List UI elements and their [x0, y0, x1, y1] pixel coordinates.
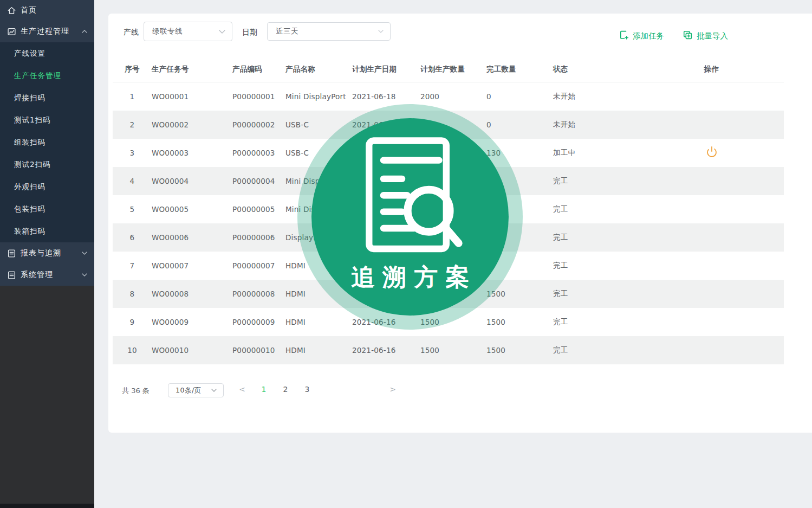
cell-name: HDMI	[285, 261, 352, 270]
sidebar-item-home[interactable]: 首页	[0, 0, 94, 21]
cell-status: 完工	[553, 233, 639, 242]
sidebar-subitem-0[interactable]: 产线设置	[0, 42, 94, 65]
cell-name: USB-C	[285, 120, 352, 129]
cell-code: P00000009	[232, 318, 285, 326]
cell-name: USB-C	[285, 149, 352, 157]
cell-name: Mini DisplayPort	[285, 177, 352, 185]
sidebar-item-label: 首页	[18, 5, 89, 15]
power-toggle-button[interactable]	[706, 146, 718, 159]
sidebar-subitem-8[interactable]: 装箱扫码	[0, 220, 94, 242]
table-row: 6WO00006P00000006DisplayPort完工	[113, 223, 784, 252]
add-page-icon	[619, 30, 629, 42]
line-filter-label: 产线	[124, 28, 139, 37]
sidebar: 首页 生产过程管理 产线设置生产任务管理焊接扫码测试1扫码组装扫码测试2扫码外观…	[0, 0, 94, 508]
page-button-3[interactable]: 3	[302, 385, 312, 394]
table-header-row: 序号生产任务号产品编码产品名称计划生产日期计划生产数量完工数量状态操作	[113, 57, 784, 82]
chevron-down-icon	[378, 30, 390, 33]
cell-status: 未开始	[553, 120, 639, 130]
cell-name: DisplayPort	[285, 233, 352, 242]
sidebar-subitem-6[interactable]: 外观扫码	[0, 176, 94, 198]
sidebar-subitem-2[interactable]: 焊接扫码	[0, 87, 94, 109]
chart-icon	[4, 27, 18, 36]
cell-date: 2021-06-18	[352, 120, 420, 129]
date-filter-label: 日期	[242, 28, 257, 37]
cell-code: P00000010	[232, 346, 285, 355]
table-row: 4WO00004P00000004Mini DisplayPort完工	[113, 167, 784, 195]
sidebar-group-label: 生产过程管理	[18, 27, 80, 36]
cell-operation	[639, 146, 784, 160]
table-row: 10WO00010P00000010HDMI2021-06-1615001500…	[113, 336, 784, 364]
cell-plan: 1500	[420, 346, 486, 355]
column-header: 产品编码	[232, 65, 285, 74]
cell-no: 6	[113, 233, 152, 242]
add-task-button[interactable]: 添加任务	[619, 30, 664, 42]
column-header: 产品名称	[285, 65, 352, 74]
cell-no: 7	[113, 261, 152, 270]
content-panel: 产线 绿联专线 日期 近三天 添加任务 批量导入	[108, 14, 812, 433]
cell-status: 未开始	[553, 92, 639, 101]
cell-name: Mini DisplayPort	[285, 205, 352, 214]
cell-plan: 2000	[420, 92, 486, 101]
sidebar-filler	[0, 286, 94, 504]
column-header: 计划生产数量	[420, 65, 486, 74]
chevron-down-icon	[80, 252, 89, 255]
page-button-2[interactable]: 2	[281, 385, 290, 394]
table-row: 2WO00002P00000002USB-C2021-06-180未开始	[113, 111, 784, 139]
cell-name: HDMI	[285, 346, 352, 355]
cell-no: 4	[113, 177, 152, 185]
cell-date: 2021-06-18	[352, 92, 420, 101]
cell-task: WO00001	[152, 92, 232, 101]
chevron-down-icon	[80, 273, 89, 276]
column-header: 序号	[113, 65, 152, 74]
next-page-button[interactable]: >	[388, 385, 398, 394]
date-filter-select[interactable]: 近三天	[267, 22, 391, 41]
prev-page-button[interactable]: <	[237, 385, 247, 394]
page-size-select[interactable]: 10条/页	[168, 383, 224, 397]
sidebar-group-label: 报表与追溯	[18, 248, 80, 258]
cell-code: P00000004	[232, 177, 285, 185]
production-task-table: 序号生产任务号产品编码产品名称计划生产日期计划生产数量完工数量状态操作 1WO0…	[113, 57, 784, 364]
cell-code: P00000002	[232, 120, 285, 129]
table-row: 1WO00001P00000001Mini DisplayPort2021-06…	[113, 82, 784, 111]
column-header: 状态	[553, 65, 639, 74]
page-button-1[interactable]: 1	[259, 385, 269, 394]
cell-status: 加工中	[553, 148, 639, 158]
cell-task: WO00005	[152, 205, 232, 214]
cell-no: 8	[113, 290, 152, 298]
table-row: 9WO00009P00000009HDMI2021-06-1615001500完…	[113, 308, 784, 336]
page-size-value: 10条/页	[168, 386, 211, 395]
cell-name: HDMI	[285, 290, 352, 298]
cell-done: 0	[486, 120, 553, 129]
sidebar-subitem-7[interactable]: 包装扫码	[0, 198, 94, 220]
sidebar-submenu: 产线设置生产任务管理焊接扫码测试1扫码组装扫码测试2扫码外观扫码包装扫码装箱扫码	[0, 42, 94, 242]
cell-task: WO00003	[152, 149, 232, 157]
cell-no: 5	[113, 205, 152, 214]
sidebar-subitem-5[interactable]: 测试2扫码	[0, 153, 94, 176]
cell-name: Mini DisplayPort	[285, 92, 352, 101]
home-icon	[4, 6, 18, 15]
table-row: 5WO00005P00000005Mini DisplayPort完工	[113, 195, 784, 223]
cell-task: WO00004	[152, 177, 232, 185]
sidebar-group-production-process[interactable]: 生产过程管理	[0, 21, 94, 42]
pagination: 共 36 条 10条/页 < > 123	[108, 381, 812, 401]
cell-task: WO00002	[152, 120, 232, 129]
sidebar-group-reports-trace[interactable]: 报表与追溯	[0, 242, 94, 264]
date-filter-value: 近三天	[268, 27, 378, 36]
cell-status: 完工	[553, 317, 639, 327]
batch-import-button[interactable]: 批量导入	[683, 30, 728, 42]
sidebar-group-system-management[interactable]: 系统管理	[0, 264, 94, 286]
cell-no: 2	[113, 120, 152, 129]
sidebar-subitem-3[interactable]: 测试1扫码	[0, 109, 94, 131]
cell-task: WO00009	[152, 318, 232, 326]
sidebar-subitem-4[interactable]: 组装扫码	[0, 131, 94, 153]
sidebar-subitem-1[interactable]: 生产任务管理	[0, 65, 94, 87]
cell-task: WO00008	[152, 290, 232, 298]
cell-done: 130	[486, 149, 553, 157]
sidebar-group-label: 系统管理	[18, 270, 80, 280]
cell-name: HDMI	[285, 318, 352, 326]
table-row: 8WO00008P00000008HDMI1500完工	[113, 280, 784, 308]
chevron-down-icon	[219, 30, 232, 34]
sidebar-bottom-strip	[0, 504, 94, 508]
line-filter-select[interactable]: 绿联专线	[144, 22, 232, 41]
batch-import-label: 批量导入	[697, 31, 728, 41]
